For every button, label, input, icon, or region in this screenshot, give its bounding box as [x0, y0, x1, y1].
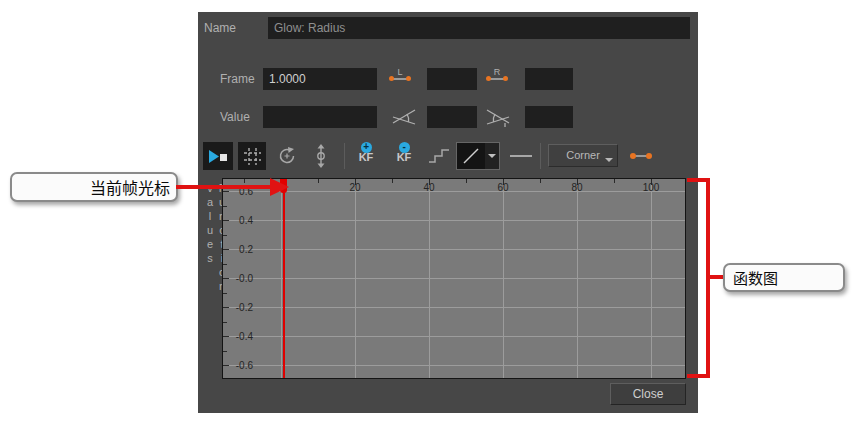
function-graph-callout: 函数图: [723, 263, 845, 292]
segment-type-dropdown[interactable]: [456, 142, 500, 170]
y-gridline: [223, 336, 685, 337]
y-tick-label: 0.2: [229, 244, 253, 255]
x-minor-tick: [244, 179, 245, 183]
callout-arrow-head: [270, 178, 289, 196]
corner-dropdown-button[interactable]: Corner: [548, 144, 618, 167]
add-keyframe-button[interactable]: KF +: [352, 144, 380, 170]
x-minor-tick: [466, 179, 467, 183]
close-button[interactable]: Close: [610, 383, 686, 405]
y-minor-tick: [223, 264, 227, 265]
y-minor-tick: [223, 206, 227, 207]
right-ease-input[interactable]: [525, 106, 573, 128]
value-label: Value: [220, 106, 250, 128]
y-gridline: [223, 365, 685, 366]
right-handle-input[interactable]: [525, 68, 573, 90]
corner-dropdown-arrow-icon: [605, 158, 613, 162]
y-tick-label: 0.4: [229, 215, 253, 226]
y-gridline: [223, 307, 685, 308]
y-gridline: [223, 249, 685, 250]
name-label: Name: [204, 17, 236, 39]
frame-label: Frame: [220, 68, 255, 90]
y-minor-tick: [223, 322, 227, 323]
bracket-connector-segment: [706, 275, 724, 279]
left-handle-icon: L: [392, 67, 408, 80]
current-frame-cursor-callout-label: 当前帧光标: [90, 175, 170, 199]
toolbar-separator: [344, 143, 345, 169]
show-grid-button[interactable]: [238, 142, 266, 170]
corner-dropdown-label: Corner: [566, 149, 600, 161]
y-tick-label: -0.2: [229, 302, 253, 313]
reset-view-button[interactable]: [272, 142, 302, 170]
left-handle-label: L: [397, 67, 402, 77]
bracket-bottom-segment: [687, 374, 710, 378]
x-minor-tick: [614, 179, 615, 183]
remove-keyframe-button[interactable]: KF -: [390, 144, 418, 170]
keyframe-link-icon: [630, 153, 652, 159]
flat-segment-button[interactable]: [508, 142, 534, 170]
left-handle-input[interactable]: [427, 68, 477, 90]
name-input[interactable]: [268, 17, 690, 39]
add-keyframe-icon: KF +: [359, 151, 374, 163]
function-graph-area[interactable]: 0204060801000.60.40.2-0.0-0.2-0.4-0.6: [222, 178, 686, 379]
y-minor-tick: [223, 351, 227, 352]
right-handle-icon: R: [489, 67, 505, 80]
reset-zoom-button[interactable]: [307, 142, 335, 170]
x-minor-tick: [318, 179, 319, 183]
remove-keyframe-icon: KF -: [397, 151, 412, 163]
play-icon: [209, 150, 228, 163]
current-frame-cursor-callout: 当前帧光标: [10, 172, 178, 202]
grid-icon: [244, 148, 261, 165]
step-curve-button[interactable]: [426, 142, 452, 170]
x-minor-tick: [540, 179, 541, 183]
value-input[interactable]: [263, 106, 377, 128]
linear-segment-icon: [457, 143, 485, 169]
dropdown-arrow-icon[interactable]: [485, 143, 499, 169]
left-ease-input[interactable]: [427, 106, 477, 128]
y-tick-label: -0.6: [229, 360, 253, 371]
vertical-fit-icon: [314, 144, 328, 168]
x-minor-tick: [392, 179, 393, 183]
left-ease-angle-icon: [392, 107, 416, 127]
y-gridline: [223, 191, 685, 192]
callout-arrow-shaft: [176, 185, 272, 189]
y-tick-label: -0.0: [229, 273, 253, 284]
y-gridline: [223, 278, 685, 279]
right-handle-label: R: [494, 67, 501, 77]
y-gridline: [223, 220, 685, 221]
function-editor-dialog: Name Frame L R Value: [198, 12, 698, 413]
play-function-button[interactable]: [203, 142, 233, 170]
function-graph-callout-label: 函数图: [733, 267, 778, 288]
y-minor-tick: [223, 293, 227, 294]
step-curve-icon: [428, 149, 450, 163]
y-tick-label: -0.4: [229, 331, 253, 342]
toolbar-separator: [540, 143, 541, 169]
current-frame-cursor-line[interactable]: [283, 179, 285, 378]
horizontal-line-icon: [510, 155, 532, 157]
y-minor-tick: [223, 235, 227, 236]
linearize-selection-button[interactable]: [626, 142, 656, 170]
reset-view-icon: [277, 146, 297, 166]
right-ease-angle-icon: [486, 107, 510, 127]
frame-input[interactable]: [263, 68, 377, 90]
